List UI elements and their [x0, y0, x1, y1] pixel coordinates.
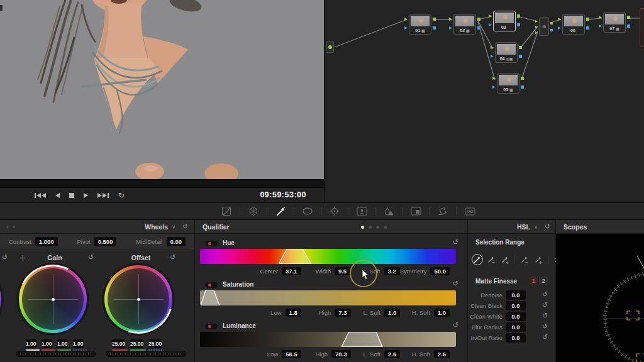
- denoise-value[interactable]: 0.0: [506, 290, 526, 300]
- loop-button[interactable]: ↻: [118, 192, 125, 199]
- node-number: 06: [570, 28, 575, 33]
- gain-wheel[interactable]: [19, 265, 87, 333]
- clean-black-value[interactable]: 0.0: [506, 301, 526, 310]
- in-out-ratio-row: In/Out Ratio 0.0 ↺: [468, 333, 555, 343]
- softness-plus-icon[interactable]: [533, 254, 544, 265]
- saturation-gradient-bar[interactable]: [200, 290, 456, 305]
- luminance-high-value[interactable]: 70.3: [331, 350, 351, 358]
- source-node[interactable]: [326, 41, 334, 53]
- node-graph-panel[interactable]: 01▦ 02▦ 03 04◎▣ 05▦ ⊕: [324, 0, 644, 202]
- matte-page-2-button[interactable]: 2: [538, 277, 548, 285]
- gamma-reset-icon[interactable]: ↺: [2, 254, 8, 261]
- pivot-value[interactable]: 0.500: [94, 237, 117, 246]
- qualifier-mode-header: HSL ∨ ↺: [468, 220, 555, 234]
- go-to-start-button[interactable]: [35, 193, 46, 198]
- saturation-reset-icon[interactable]: ↺: [453, 280, 458, 287]
- offset-wheel[interactable]: [104, 265, 172, 333]
- contrast-value[interactable]: 1.000: [35, 237, 58, 246]
- gamma-wheel-partial[interactable]: [0, 265, 1, 333]
- picker-plus-icon[interactable]: [499, 254, 511, 265]
- offset-blue-value[interactable]: 25.00: [148, 339, 162, 348]
- hue-soft-value[interactable]: 3.2: [384, 267, 400, 275]
- node-01[interactable]: 01▦: [409, 14, 431, 35]
- tracker-icon[interactable]: [326, 203, 343, 219]
- clean-white-value[interactable]: 0.0: [506, 312, 526, 321]
- play-forward-button[interactable]: [84, 193, 88, 198]
- mid-detail-value[interactable]: 0.00: [167, 237, 186, 246]
- saturation-toggle[interactable]: [205, 282, 218, 288]
- stop-button[interactable]: [69, 193, 74, 198]
- sizing-icon[interactable]: [434, 203, 452, 219]
- softness-minus-icon[interactable]: [519, 254, 530, 265]
- gain-blue-value[interactable]: 1.00: [73, 339, 84, 348]
- hue-gradient-bar[interactable]: [200, 249, 456, 264]
- luminance-gradient-bar[interactable]: [200, 332, 456, 347]
- gain-red-value[interactable]: 1.00: [42, 339, 52, 348]
- denoise-reset-icon[interactable]: ↺: [542, 291, 548, 298]
- offset-reset-icon[interactable]: ↺: [170, 254, 175, 261]
- parallel-mixer-node[interactable]: ⊕: [539, 17, 549, 36]
- luminance-hsoft-value[interactable]: 2.6: [434, 350, 450, 358]
- hue-toggle[interactable]: [205, 241, 218, 246]
- luminance-reset-icon[interactable]: ↺: [453, 322, 458, 329]
- qualifier-mode-dropdown[interactable]: HSL: [517, 223, 530, 231]
- in-out-ratio-reset-icon[interactable]: ↺: [542, 334, 548, 341]
- saturation-low-value[interactable]: 1.8: [286, 309, 301, 317]
- color-picker-icon[interactable]: [472, 254, 483, 265]
- node-05[interactable]: 05▦: [497, 73, 519, 94]
- play-reverse-button[interactable]: [55, 193, 60, 198]
- offset-master-slider[interactable]: [106, 351, 186, 357]
- clean-black-reset-icon[interactable]: ↺: [542, 302, 548, 309]
- offset-green-value[interactable]: 25.00: [130, 339, 143, 348]
- luminance-low-value[interactable]: 56.5: [282, 350, 301, 358]
- picker-minus-icon[interactable]: [486, 254, 497, 265]
- saturation-selection-trapezoid[interactable]: [201, 290, 221, 305]
- wheels-mode-dropdown[interactable]: Wheels: [145, 223, 168, 231]
- blur-radius-reset-icon[interactable]: ↺: [542, 323, 548, 330]
- matte-page-1-button[interactable]: 1: [529, 277, 538, 285]
- luminance-toggle[interactable]: [205, 324, 218, 329]
- wheels-reset-icon[interactable]: ↺: [182, 223, 188, 230]
- wheels-page-dots[interactable]: [6, 226, 15, 228]
- node-04[interactable]: 04◎▣: [495, 42, 518, 63]
- hue-selection-trapezoid[interactable]: [279, 249, 314, 264]
- magic-mask-icon[interactable]: [353, 203, 370, 219]
- gain-green-value[interactable]: 1.00: [57, 339, 68, 348]
- saturation-hsoft-value[interactable]: 1.0: [434, 309, 450, 317]
- adjust-target-icon[interactable]: [20, 255, 26, 261]
- blur-icon[interactable]: [380, 203, 397, 219]
- viewer-panel[interactable]: [0, 0, 324, 179]
- gain-master-slider[interactable]: [16, 351, 96, 357]
- gain-master-value[interactable]: 1.00: [26, 339, 36, 348]
- node-number: 05: [503, 87, 508, 92]
- offset-red-value[interactable]: 25.00: [112, 339, 125, 348]
- saturation-high-value[interactable]: 7.3: [335, 309, 350, 317]
- in-out-ratio-value[interactable]: 0.0: [506, 333, 526, 343]
- key-icon[interactable]: [407, 203, 425, 219]
- hue-center-value[interactable]: 37.1: [282, 267, 301, 275]
- mode-reset-icon[interactable]: ↺: [545, 223, 550, 230]
- saturation-lsoft-value[interactable]: 1.0: [384, 309, 400, 317]
- go-to-end-button[interactable]: [97, 193, 109, 198]
- vectorscope-view[interactable]: [556, 234, 644, 362]
- blur-radius-value[interactable]: 0.0: [506, 322, 526, 332]
- node-06[interactable]: 06: [562, 14, 585, 35]
- hue-symmetry-value[interactable]: 50.0: [430, 267, 450, 275]
- clean-white-reset-icon[interactable]: ↺: [542, 312, 548, 319]
- gain-reset-icon[interactable]: ↺: [88, 254, 94, 261]
- hue-width-value[interactable]: 9.5: [335, 267, 350, 275]
- node-07[interactable]: 07▦: [603, 12, 626, 33]
- curves-icon[interactable]: [218, 203, 235, 219]
- node-02[interactable]: 02▦: [453, 14, 476, 35]
- hue-reset-icon[interactable]: ↺: [453, 239, 458, 246]
- luminance-selection-trapezoid[interactable]: [341, 332, 383, 347]
- node-03-selected[interactable]: 03: [493, 11, 516, 31]
- stereo-3d-icon[interactable]: [461, 203, 479, 219]
- qualifier-icon[interactable]: [272, 203, 289, 219]
- saturation-high-label: High: [319, 309, 331, 316]
- power-window-icon[interactable]: [299, 203, 316, 219]
- color-warper-icon[interactable]: [245, 203, 262, 219]
- qualifier-page-dots[interactable]: [361, 226, 387, 229]
- luminance-lsoft-value[interactable]: 2.6: [384, 350, 400, 358]
- output-node[interactable]: [640, 8, 644, 47]
